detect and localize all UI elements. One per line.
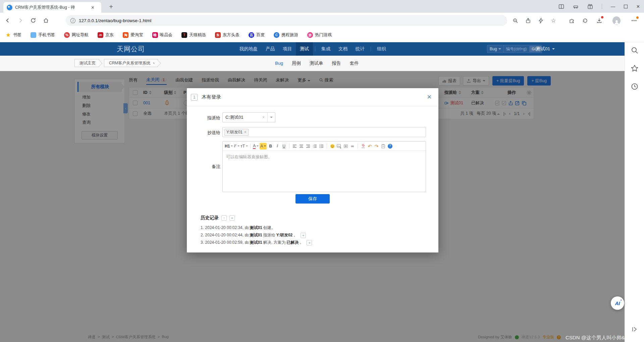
profile-avatar[interactable] [612,16,621,24]
address-bar[interactable]: i 127.0.0.1/zentao/bug-browse-1.html [66,15,507,26]
remove-format-icon[interactable] [360,143,366,150]
session-restore-icon[interactable] [581,16,589,24]
performance-icon[interactable] [537,16,545,24]
bold-button[interactable]: B [268,143,273,150]
zoom-icon[interactable] [511,16,519,24]
browser-tab[interactable]: CRM客户关系管理系统-Bug - 禅 ✕ [3,2,101,13]
sidebar-search-icon[interactable] [631,46,639,54]
share-icon[interactable] [524,16,532,24]
nav-item-product[interactable]: 产品 [262,42,279,56]
chevron-down-icon[interactable] [270,117,273,118]
history-item: 2. 2024-01-20 00:02:44, 由 测试01 指派给 Y:研发0… [201,232,306,238]
minimize-button[interactable]: — [611,4,615,9]
maximize-button[interactable] [624,5,628,8]
new-tab-button[interactable]: + [107,3,115,11]
tab-suite[interactable]: 套件 [350,60,359,66]
bookmark-item[interactable]: 游热门游戏 [307,32,332,38]
save-button[interactable]: 保存 [296,194,330,204]
home-icon[interactable] [41,15,51,25]
assign-to-select[interactable]: C:测试01 × [222,112,275,122]
ordered-list-icon[interactable]: 123 [312,143,318,150]
nav-item-org[interactable]: 组织 [373,42,390,56]
insert-image-icon[interactable] [336,143,342,150]
search-input[interactable] [504,47,529,51]
paste-icon[interactable] [380,143,386,150]
nav-item-test[interactable]: 测试 [296,42,313,56]
align-left-icon[interactable] [292,143,298,150]
link-icon[interactable]: ∞ [350,143,355,150]
bookmark-item[interactable]: T天猫精选 [181,32,206,38]
history-expand-all-icon[interactable]: + [229,215,235,221]
sidebar-favorites-icon[interactable] [631,64,639,72]
history-sort-icon[interactable]: ↑ [221,215,227,221]
font-size-select[interactable]: тT [240,143,248,150]
heading-select[interactable]: H1 [225,143,233,150]
font-color-button[interactable]: A [253,143,259,150]
history-expand-icon[interactable]: + [307,240,312,245]
nav-item-stats[interactable]: 统计 [352,42,369,56]
undo-icon[interactable]: ↶ [367,143,373,150]
chevron-down-icon [552,48,555,50]
bookmark-item[interactable]: ★书签 [5,32,21,38]
bookmark-item[interactable]: 东东方头条 [215,32,239,38]
gift-icon[interactable] [587,4,593,9]
bookmark-item[interactable]: C携程旅游 [274,32,298,38]
window-close-button[interactable]: ✕ [636,4,640,9]
editor-placeholder[interactable]: 可以在编辑器直接贴图。 [223,151,426,163]
emoji-icon[interactable] [329,143,335,150]
tab-testtask[interactable]: 测试单 [310,60,323,66]
company-logo[interactable]: 天网公司 [117,42,145,56]
italic-button[interactable]: I [274,143,280,150]
clear-icon[interactable]: × [260,115,267,120]
forward-icon[interactable] [15,15,25,25]
sidebar-history-icon[interactable] [631,82,639,91]
tab-report[interactable]: 报告 [332,60,341,66]
split-view-icon[interactable] [558,4,564,9]
nav-item-project[interactable]: 项目 [279,42,296,56]
bug-assign-modal: 1 木有登录 ✕ 指派给 C:测试01 × 抄送给 Y:研发01× 备注 H1 … [187,88,438,252]
site-info-icon[interactable]: i [70,18,75,23]
nav-item-my[interactable]: 我的地盘 [235,42,262,56]
extensions-icon[interactable] [568,16,576,24]
font-family-select[interactable]: F [234,143,239,150]
help-icon[interactable]: ? [387,143,393,150]
tab-bug[interactable]: Bug [275,61,283,66]
bookmark-item[interactable]: 淘爱淘宝 [123,32,143,38]
bookmark-item[interactable]: JD京东 [98,32,114,38]
tab-title: CRM客户关系管理系统-Bug - 禅 [15,5,88,10]
bookmark-item[interactable]: %网址导航 [64,32,89,38]
bookmark-item[interactable]: 唯唯品会 [152,32,173,38]
user-menu[interactable]: 测试01 [536,42,555,56]
underline-button[interactable]: U [281,143,287,150]
refresh-icon[interactable] [28,15,38,25]
sidebar-expand-icon[interactable] [631,325,639,333]
modal-close-icon[interactable]: ✕ [427,94,432,101]
browser-menu-icon[interactable]: ⋯ [630,16,638,24]
ai-assistant-button[interactable]: AI✦ [611,296,624,310]
tab-case[interactable]: 用例 [292,60,301,66]
highlight-color-button[interactable]: A [260,143,267,150]
back-icon[interactable] [3,15,13,25]
tab-close-icon[interactable]: ✕ [91,5,95,10]
bookmark-item[interactable]: 百百度 [249,32,265,38]
car-mode-icon[interactable] [573,4,579,9]
breadcrumb-test-home[interactable]: 测试主页 [74,59,99,67]
media-icon[interactable] [343,143,348,150]
search-scope-select[interactable]: Bug [487,45,504,53]
tag-remove-icon[interactable]: × [244,130,247,134]
redo-icon[interactable]: ↷ [374,143,379,150]
baidu-icon: 百 [249,32,254,38]
browser-tab-strip: CRM客户关系管理系统-Bug - 禅 ✕ + — ✕ [0,0,644,13]
favorite-star-icon[interactable]: ☆ [549,16,557,24]
cc-input[interactable]: Y:研发01× [222,127,426,137]
align-right-icon[interactable] [305,143,311,150]
bookmark-item[interactable]: 手机书签 [31,32,55,38]
zentao-favicon [7,5,12,10]
nav-item-doc[interactable]: 文档 [334,42,352,56]
breadcrumb-product[interactable]: CRM客户关系管理系统 [104,59,158,67]
unordered-list-icon[interactable] [319,143,324,150]
history-expand-icon[interactable]: + [301,233,306,238]
nav-item-integration[interactable]: 集成 [317,42,334,56]
download-icon[interactable] [595,16,603,24]
align-center-icon[interactable] [299,143,304,150]
